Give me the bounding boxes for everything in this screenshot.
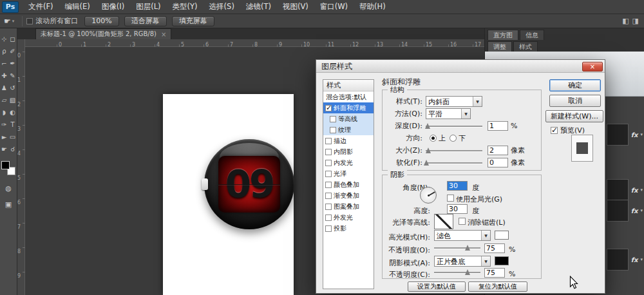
panel-toggle-icon[interactable]: ◨ — [632, 17, 639, 25]
angle-dial[interactable] — [420, 187, 437, 204]
style-list-item[interactable]: 描边 — [323, 135, 374, 146]
gradient-tool[interactable]: ▧ — [8, 96, 17, 104]
style-list-item[interactable]: 等高线 — [323, 113, 374, 124]
brush-tool[interactable]: ✎ — [8, 71, 17, 80]
quick-selection-tool[interactable]: ✐ — [8, 47, 17, 55]
screen-mode-icon[interactable]: ▣ — [5, 200, 12, 209]
clone-stamp-tool[interactable]: ♟ — [0, 84, 8, 92]
cancel-button[interactable]: 取消 — [549, 95, 601, 107]
depth-input[interactable]: 1 — [488, 121, 508, 131]
type-tool[interactable]: T — [8, 120, 17, 129]
vertical-ruler[interactable]: 0123456789 — [17, 47, 25, 295]
soften-slider[interactable] — [426, 158, 482, 167]
lasso-tool[interactable]: ρ — [0, 47, 8, 55]
zoom-tool[interactable]: ☌ — [8, 145, 17, 153]
layer-row[interactable]: fx ▾ — [607, 249, 643, 271]
style-checkbox[interactable] — [325, 138, 332, 144]
style-checkbox[interactable] — [325, 182, 332, 188]
layer-row[interactable]: fx ▾ — [607, 124, 643, 146]
layer-thumbnail[interactable] — [607, 179, 629, 201]
panel-tab[interactable]: 直方图 — [488, 30, 518, 40]
angle-input[interactable]: 30 — [447, 181, 468, 191]
panel-tab[interactable]: 信息 — [520, 30, 544, 40]
use-global-light-checkbox[interactable] — [447, 195, 454, 202]
menu-item[interactable]: 窗口(W) — [314, 0, 354, 14]
direction-down-radio[interactable] — [450, 135, 457, 142]
shadow-color-swatch[interactable] — [495, 256, 509, 265]
move-tool[interactable]: ⊹ — [0, 35, 8, 43]
size-input[interactable]: 2 — [488, 146, 508, 155]
style-checkbox[interactable] — [325, 204, 332, 210]
style-checkbox[interactable] — [330, 116, 336, 122]
layer-thumbnail[interactable] — [607, 124, 629, 146]
soften-input[interactable]: 0 — [488, 158, 508, 167]
menu-item[interactable]: 滤镜(T) — [240, 0, 277, 14]
dialog-close-button[interactable]: × — [582, 62, 603, 71]
hand-tool-icon[interactable]: ☛ — [4, 17, 11, 26]
panel-toggle-icon[interactable]: ◧ — [622, 17, 629, 25]
layer-fx-badge[interactable]: fx — [631, 187, 638, 194]
dodge-tool[interactable]: ◐ — [8, 108, 17, 117]
color-swatches[interactable] — [1, 161, 15, 175]
spot-healing-brush-tool[interactable]: ✚ — [0, 71, 8, 80]
style-list-item[interactable]: 光泽 — [323, 168, 374, 179]
highlight-mode-select[interactable]: 滤色 ▼ — [434, 230, 491, 241]
new-style-button[interactable]: 新建样式(W)... — [545, 110, 603, 122]
style-list-item[interactable]: 纹理 — [323, 124, 374, 135]
menu-item[interactable]: 图像(I) — [96, 0, 130, 14]
style-list-item[interactable]: 内阴影 — [323, 146, 374, 157]
dialog-title-bar[interactable]: 图层样式 — [316, 60, 605, 73]
fit-screen-button[interactable]: 适合屏幕 — [124, 16, 167, 26]
scroll-all-windows-checkbox[interactable] — [26, 18, 33, 24]
style-checkbox[interactable] — [325, 149, 332, 155]
reset-default-button[interactable]: 复位为默认值 — [468, 281, 527, 292]
style-list-item[interactable]: 颜色叠加 — [323, 179, 374, 190]
horizontal-ruler[interactable]: 01234567891011121314151617 — [17, 39, 484, 47]
rectangular-marquee-tool[interactable]: ◻ — [8, 35, 17, 43]
quick-mask-icon[interactable]: ◍ — [5, 184, 12, 193]
bevel-style-select[interactable]: 内斜面 ▼ — [426, 96, 482, 107]
menu-item[interactable]: 图层(L) — [130, 0, 166, 14]
layer-thumbnail[interactable] — [607, 200, 629, 222]
highlight-opacity-input[interactable]: 75 — [484, 243, 505, 253]
actual-pixels-button[interactable]: 100% — [84, 16, 118, 26]
highlight-opacity-slider[interactable] — [434, 243, 480, 252]
eyedropper-tool[interactable]: ✒ — [8, 59, 17, 68]
rectangle-tool[interactable]: ▭ — [8, 133, 17, 141]
pen-tool[interactable]: ✑ — [0, 120, 8, 129]
size-slider[interactable] — [426, 146, 482, 155]
technique-select[interactable]: 平滑 ▼ — [426, 108, 471, 119]
blending-options-item[interactable]: 混合选项:默认 — [323, 91, 374, 102]
ok-button[interactable]: 确定 — [549, 79, 601, 91]
style-checkbox[interactable] — [325, 214, 332, 221]
highlight-color-swatch[interactable] — [495, 231, 509, 240]
fill-screen-button[interactable]: 填充屏幕 — [172, 16, 214, 26]
style-list-item[interactable]: 斜面和浮雕 — [323, 102, 374, 113]
layer-fx-badge[interactable]: fx — [631, 131, 638, 138]
direction-up-radio[interactable] — [430, 135, 437, 142]
layer-fx-badge[interactable]: fx — [631, 207, 638, 214]
menu-item[interactable]: 视图(V) — [277, 0, 314, 14]
menu-item[interactable]: 文件(F) — [23, 0, 59, 14]
menu-item[interactable]: 类型(Y) — [167, 0, 204, 14]
gloss-contour-thumbnail[interactable] — [434, 214, 453, 229]
menu-item[interactable]: 帮助(H) — [354, 0, 392, 14]
style-checkbox[interactable] — [325, 160, 332, 166]
antialias-checkbox[interactable] — [459, 218, 466, 225]
menu-item[interactable]: 选择(S) — [204, 0, 240, 14]
blur-tool[interactable]: ◗ — [0, 108, 8, 117]
history-brush-tool[interactable]: ↺ — [8, 84, 17, 92]
style-checkbox[interactable] — [325, 105, 332, 111]
document-tab[interactable]: 未标题-1 @ 100%(圆角矩形 2, RGB/8) × — [35, 28, 171, 39]
panel-tab[interactable]: 调整 — [488, 41, 512, 52]
shadow-mode-select[interactable]: 正片叠底 ▼ — [434, 256, 491, 267]
shadow-opacity-input[interactable]: 75 — [484, 268, 505, 278]
tab-close-icon[interactable]: × — [161, 31, 166, 38]
set-default-button[interactable]: 设置为默认值 — [408, 281, 466, 292]
crop-tool[interactable]: ⌐ — [0, 59, 8, 68]
eraser-tool[interactable]: ▱ — [0, 96, 8, 104]
layer-row[interactable]: fx ▾ — [607, 179, 643, 201]
tool-preset-chevron-icon[interactable]: ▾ — [12, 19, 15, 24]
foreground-color-swatch[interactable] — [1, 161, 10, 169]
layer-row[interactable]: fx ▾ — [607, 200, 643, 222]
